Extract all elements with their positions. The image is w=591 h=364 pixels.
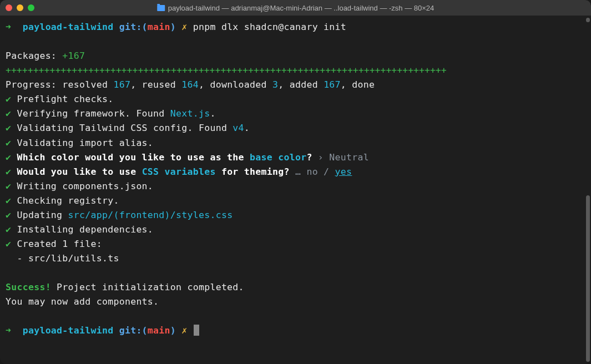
titlebar[interactable]: payload-tailwind — adrianmaj@Mac-mini-Ad…: [0, 0, 591, 16]
prompt-line-1: ➜ payload-tailwind git:(main) ✗ pnpm dlx…: [6, 20, 585, 34]
check-icon: ✔: [6, 195, 11, 206]
prompt-arrow: ➜: [6, 325, 11, 336]
prompt-base-color: ✔ Which color would you like to use as t…: [6, 150, 585, 165]
progress-prefix: Progress: resolved: [6, 79, 113, 90]
step-alias: ✔ Validating import alias.: [6, 136, 585, 150]
check-icon: ✔: [6, 123, 11, 133]
check-icon: ✔: [6, 166, 11, 177]
scrollbar-thumb[interactable]: [586, 195, 590, 362]
blank-line: [6, 309, 585, 323]
progress-n2: 164: [181, 79, 199, 90]
option-yes: yes: [335, 166, 352, 177]
traffic-lights: [6, 4, 34, 11]
packages-line: Packages: +167: [6, 49, 585, 63]
success-label: Success!: [6, 282, 51, 292]
prompt-arrow: ➜: [6, 22, 11, 32]
step-framework: ✔ Verifying framework. Found Next.js.: [6, 107, 585, 121]
zoom-button[interactable]: [28, 4, 34, 11]
command-text: pnpm dlx shadcn@canary init: [193, 22, 346, 32]
progress-line: Progress: resolved 167, reused 164, down…: [6, 78, 585, 92]
close-button[interactable]: [6, 4, 12, 11]
check-icon: ✔: [6, 210, 11, 220]
styles-path: src/app/(frontend)/styles.css: [68, 210, 233, 220]
git-close: ): [170, 325, 176, 336]
step-registry: ✔ Checking registry.: [6, 194, 585, 208]
git-branch: main: [148, 325, 170, 336]
base-color-answer: Neutral: [329, 152, 369, 163]
check-icon: ✔: [6, 239, 11, 249]
git-label: git:(: [119, 22, 148, 32]
scrollbar[interactable]: [586, 18, 590, 362]
step-preflight: ✔ Preflight checks.: [6, 92, 585, 107]
step-installing: ✔ Installing dependencies.: [6, 223, 585, 237]
progress-n3: 3: [272, 79, 278, 90]
hint-line: You may now add components.: [6, 295, 585, 309]
title-label: payload-tailwind — adrianmaj@Mac-mini-Ad…: [168, 4, 435, 12]
minimize-button[interactable]: [17, 4, 23, 11]
check-icon: ✔: [6, 138, 11, 148]
folder-icon: [157, 5, 165, 11]
check-icon: ✔: [6, 94, 11, 104]
progress-bar: ++++++++++++++++++++++++++++++++++++++++…: [6, 63, 585, 78]
step-writing: ✔ Writing components.json.: [6, 179, 585, 194]
window-title: payload-tailwind — adrianmaj@Mac-mini-Ad…: [157, 4, 435, 12]
git-close: ): [170, 22, 176, 32]
packages-label: Packages:: [6, 50, 57, 61]
prompt-dir: payload-tailwind: [23, 22, 114, 32]
step-tailwind: ✔ Validating Tailwind CSS config. Found …: [6, 121, 585, 135]
packages-count: +167: [62, 50, 85, 61]
terminal-window: payload-tailwind — adrianmaj@Mac-mini-Ad…: [0, 0, 591, 364]
base-color-highlight: base color: [250, 152, 306, 163]
framework-name: Next.js: [170, 108, 210, 119]
scrollbar-thumb[interactable]: [586, 18, 590, 22]
progress-n1: 167: [113, 79, 130, 90]
git-branch: main: [148, 22, 170, 32]
check-icon: ✔: [6, 108, 11, 119]
git-dirty-icon: ✗: [181, 22, 187, 32]
check-icon: ✔: [6, 152, 11, 163]
success-line: Success! Project initialization complete…: [6, 280, 585, 295]
step-updating: ✔ Updating src/app/(frontend)/styles.css: [6, 208, 585, 223]
prompt-dir: payload-tailwind: [23, 325, 114, 336]
git-label: git:(: [119, 325, 148, 336]
created-file: - src/lib/utils.ts: [6, 251, 585, 266]
check-icon: ✔: [6, 181, 11, 191]
git-dirty-icon: ✗: [181, 325, 187, 336]
tailwind-version: v4: [233, 123, 244, 133]
blank-line: [6, 34, 585, 49]
prompt-css-vars: ✔ Would you like to use CSS variables fo…: [6, 165, 585, 179]
blank-line: [6, 266, 585, 280]
check-icon: ✔: [6, 224, 11, 235]
prompt-line-2[interactable]: ➜ payload-tailwind git:(main) ✗: [6, 323, 585, 338]
option-no: no: [306, 166, 317, 177]
cursor: [194, 325, 199, 336]
terminal-body[interactable]: ➜ payload-tailwind git:(main) ✗ pnpm dlx…: [0, 16, 591, 364]
css-vars-highlight: CSS variables: [142, 166, 216, 177]
step-created: ✔ Created 1 file:: [6, 237, 585, 251]
progress-n4: 167: [324, 79, 341, 90]
